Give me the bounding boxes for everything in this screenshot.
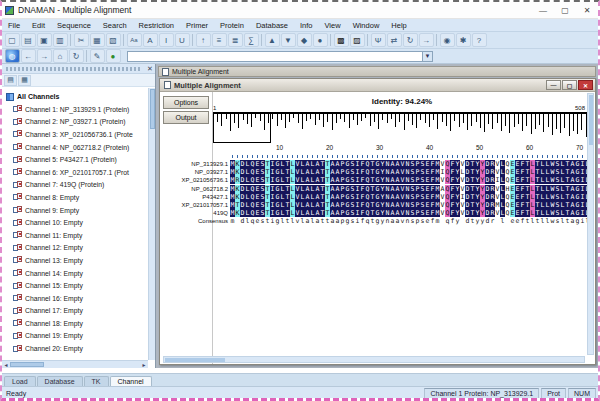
scrollbar-thumb[interactable] bbox=[150, 89, 155, 129]
alignment-window-titlebar[interactable]: Multiple Alignment — ▢ ✕ bbox=[160, 79, 595, 92]
run-icon[interactable]: ● bbox=[106, 49, 121, 63]
tree-item-channel[interactable]: Channel 6: XP_021017057.1 (Prot bbox=[5, 166, 148, 179]
tree-item-channel[interactable]: Channel 16: Empty bbox=[5, 292, 148, 305]
minimize-button[interactable]: — bbox=[532, 3, 554, 18]
tree-item-channel[interactable]: Channel 5: P43427.1 (Protein) bbox=[5, 153, 148, 166]
tree-item-channel[interactable]: Channel 8: Empty bbox=[5, 191, 148, 204]
menu-sequence[interactable]: Sequence bbox=[51, 21, 97, 30]
tree-item-channel[interactable]: Channel 9: Empty bbox=[5, 204, 148, 217]
identity-profile[interactable] bbox=[213, 112, 591, 142]
options-icon[interactable]: ✱ bbox=[456, 33, 471, 47]
tree-item-channel[interactable]: Channel 11: Empty bbox=[5, 229, 148, 242]
swap-icon[interactable]: ⇄ bbox=[387, 33, 402, 47]
tab-load[interactable]: Load bbox=[4, 376, 36, 386]
profile-selection[interactable] bbox=[213, 112, 271, 143]
distribute-icon[interactable]: ≣ bbox=[228, 33, 243, 47]
underline-icon[interactable]: U bbox=[175, 33, 190, 47]
scrollbar-thumb[interactable] bbox=[589, 95, 593, 145]
scroll-right-icon[interactable]: ► bbox=[140, 361, 148, 368]
menu-help[interactable]: Help bbox=[385, 21, 412, 30]
panel-gripper[interactable] bbox=[6, 67, 141, 71]
window-maximize-button[interactable]: ▢ bbox=[562, 80, 577, 90]
tab-database[interactable]: Database bbox=[37, 376, 83, 386]
zoom-icon[interactable]: ◉ bbox=[440, 33, 455, 47]
menu-search[interactable]: Search bbox=[97, 21, 133, 30]
tab-tk[interactable]: TK bbox=[84, 376, 109, 386]
sequence-down-icon[interactable]: ▼ bbox=[281, 33, 296, 47]
address-combobox[interactable]: ▼ bbox=[127, 51, 433, 62]
panel-vertical-scrollbar[interactable] bbox=[148, 88, 155, 360]
open-icon[interactable]: ▤ bbox=[21, 33, 36, 47]
tree-item-channel[interactable]: Channel 17: Empty bbox=[5, 305, 148, 318]
back-icon[interactable]: ← bbox=[21, 49, 36, 63]
tree-item-channel[interactable]: Channel 7: 419Q (Protein) bbox=[5, 179, 148, 192]
mdi-child-titlebar[interactable]: Multiple Alignment bbox=[158, 66, 596, 77]
scrollbar-thumb[interactable] bbox=[10, 362, 44, 367]
menu-edit[interactable]: Edit bbox=[26, 21, 51, 30]
tree-item-channel[interactable]: Channel 20: Empty bbox=[5, 342, 148, 355]
chevron-down-icon[interactable]: ▼ bbox=[422, 52, 432, 61]
paste-icon[interactable]: ▧ bbox=[106, 33, 121, 47]
alignment-rows[interactable]: NP_313929.1MKDLQESTIGLTLVLALATTAAPGSIFQT… bbox=[164, 160, 590, 226]
tab-channel[interactable]: Channel bbox=[110, 376, 152, 386]
menu-info[interactable]: Info bbox=[294, 21, 319, 30]
sequence-up-icon[interactable]: ▲ bbox=[265, 33, 280, 47]
sequence-row[interactable]: XP_021056736.1MRDLQESTIGLTLVLALATTAAPGSI… bbox=[164, 176, 590, 184]
scrollbar-thumb[interactable] bbox=[165, 358, 225, 362]
panel-header[interactable]: ✕ bbox=[2, 64, 155, 74]
sum-icon[interactable]: ∑ bbox=[244, 33, 259, 47]
tree-item-channel[interactable]: Channel 14: Empty bbox=[5, 267, 148, 280]
italic-icon[interactable]: I bbox=[159, 33, 174, 47]
tree-item-channel[interactable]: Channel 19: Empty bbox=[5, 330, 148, 343]
scroll-left-icon[interactable]: ◄ bbox=[2, 361, 10, 368]
forward-icon[interactable]: → bbox=[37, 49, 52, 63]
menu-file[interactable]: File bbox=[2, 21, 26, 30]
tree-item-channel[interactable]: Channel 10: Empty bbox=[5, 216, 148, 229]
edit-icon[interactable]: ✎ bbox=[90, 49, 105, 63]
maximize-button[interactable]: ▢ bbox=[554, 3, 576, 18]
align-lines-icon[interactable]: ≡ bbox=[212, 33, 227, 47]
home-icon[interactable]: ⌂ bbox=[53, 49, 68, 63]
menu-window[interactable]: Window bbox=[347, 21, 386, 30]
alignment-vertical-scrollbar[interactable] bbox=[587, 93, 594, 355]
dot-plot-icon[interactable]: ● bbox=[313, 33, 328, 47]
print-icon[interactable]: ▥ bbox=[53, 33, 68, 47]
panel-close-icon[interactable]: ✕ bbox=[145, 65, 155, 73]
menu-protein[interactable]: Protein bbox=[214, 21, 250, 30]
tree-item-channel[interactable]: Channel 4: NP_062718.2 (Protein) bbox=[5, 141, 148, 154]
alignment-horizontal-scrollbar[interactable] bbox=[163, 356, 585, 363]
blast-icon[interactable]: ▩ bbox=[334, 33, 349, 47]
tree-item-channel[interactable]: Channel 1: NP_313929.1 (Protein) bbox=[5, 103, 148, 116]
sequence-row[interactable]: P43427.1MKDLQESTIGLTLVLALATTAAPGSIFQTGYN… bbox=[164, 193, 590, 201]
tree-item-channel[interactable]: Channel 13: Empty bbox=[5, 254, 148, 267]
font-icon[interactable]: Aa bbox=[127, 33, 142, 47]
tree-item-channel[interactable]: Channel 18: Empty bbox=[5, 317, 148, 330]
menu-view[interactable]: View bbox=[319, 21, 347, 30]
new-icon[interactable]: ▢ bbox=[5, 33, 20, 47]
diamond-tool-icon[interactable]: ◆ bbox=[297, 33, 312, 47]
bold-icon[interactable]: A bbox=[143, 33, 158, 47]
grid-view-icon[interactable]: ▦ bbox=[18, 75, 31, 86]
refresh-page-icon[interactable]: ↻ bbox=[69, 49, 84, 63]
window-close-button[interactable]: ✕ bbox=[578, 80, 593, 90]
consensus-row[interactable]: Consensusm dlqestigltlvlalattaapgsifqtgy… bbox=[164, 217, 590, 225]
copy-icon[interactable]: ▦ bbox=[90, 33, 105, 47]
save-icon[interactable]: ▣ bbox=[37, 33, 52, 47]
tree-item-channel[interactable]: Channel 12: Empty bbox=[5, 242, 148, 255]
tree-item-channel[interactable]: Channel 3: XP_021056736.1 (Prote bbox=[5, 128, 148, 141]
output-button[interactable]: Output bbox=[163, 111, 209, 124]
panel-horizontal-scrollbar[interactable]: ◄ ► bbox=[2, 360, 148, 368]
menu-database[interactable]: Database bbox=[250, 21, 294, 30]
menu-restriction[interactable]: Restriction bbox=[133, 21, 180, 30]
globe-icon[interactable]: ◍ bbox=[5, 49, 20, 63]
tree-root[interactable]: All Channels bbox=[5, 90, 148, 103]
menu-primer[interactable]: Primer bbox=[180, 21, 214, 30]
close-button[interactable]: ✕ bbox=[576, 3, 598, 18]
tree-item-channel[interactable]: Channel 2: NP_03927.1 (Protein) bbox=[5, 116, 148, 129]
list-view-icon[interactable]: ▤ bbox=[4, 75, 17, 86]
window-minimize-button[interactable]: — bbox=[546, 80, 561, 90]
sequence-row[interactable]: NP_313929.1MKDLQESTIGLTLVLALATTAAPGSIFQT… bbox=[164, 160, 590, 168]
help-icon[interactable]: ? bbox=[472, 33, 487, 47]
sequence-row[interactable]: XP_021017057.1MTDLQESTIGLTLVLALATTAAPGSI… bbox=[164, 201, 590, 209]
refresh-icon[interactable]: ↻ bbox=[403, 33, 418, 47]
